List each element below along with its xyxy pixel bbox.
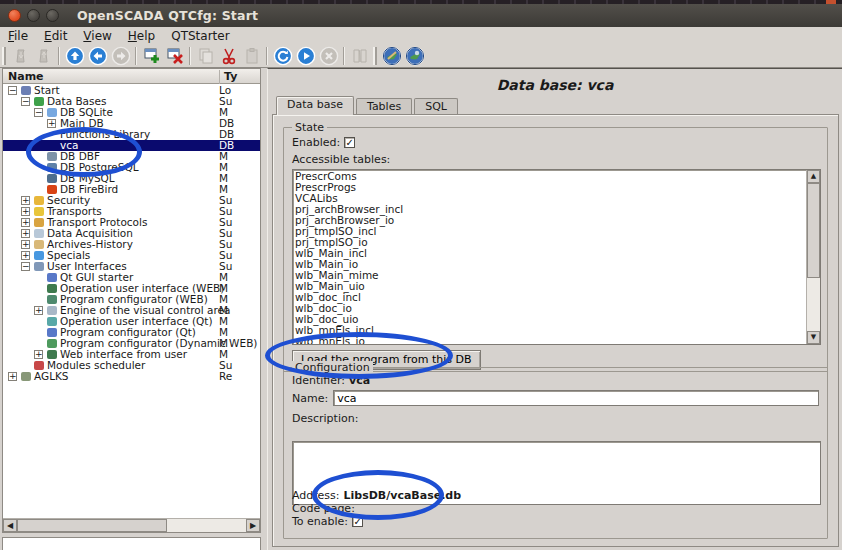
qtstarter-vision-icon[interactable] <box>403 46 426 67</box>
tree-item-type: M <box>219 272 260 283</box>
list-item[interactable]: prj_tmplSO_io <box>295 237 804 248</box>
collapse-icon[interactable]: − <box>21 97 30 106</box>
expand-icon[interactable]: + <box>21 229 30 238</box>
tree-item-vca[interactable]: vcaDB <box>3 140 260 151</box>
tree-header[interactable]: Name Ty <box>3 69 260 84</box>
scroll-right-icon[interactable]: ▶ <box>246 519 260 532</box>
list-item[interactable]: wlb_mnEls_incl <box>295 325 804 336</box>
toolbar-separator <box>343 47 345 65</box>
scrollbar-thumb[interactable] <box>17 519 167 532</box>
name-input[interactable] <box>333 390 819 406</box>
tree-item-functions-library[interactable]: Functions LibraryDB <box>3 129 260 140</box>
expand-icon[interactable]: + <box>21 240 30 249</box>
scroll-up-icon[interactable]: ▲ <box>807 170 820 183</box>
expand-icon[interactable]: + <box>21 207 30 216</box>
menubar: FileEditViewHelpQTStarter <box>0 27 842 45</box>
scrollbar-thumb[interactable] <box>807 183 820 278</box>
db-sqlite-icon <box>47 108 57 117</box>
tree-item-type: Su <box>219 217 260 228</box>
stop-icon <box>317 46 340 67</box>
menu-qtstarter[interactable]: QTStarter <box>163 28 237 44</box>
toolbar-handle[interactable] <box>2 47 6 65</box>
tree-header-type[interactable]: Ty <box>219 70 237 84</box>
manual-icon <box>348 46 371 67</box>
tree-item-db-sqlite[interactable]: −DB SQLiteM <box>3 107 260 118</box>
expand-icon[interactable]: + <box>21 196 30 205</box>
list-item[interactable]: wlb_Main_mime <box>295 270 804 281</box>
menu-help[interactable]: Help <box>120 28 163 44</box>
expand-icon[interactable]: + <box>34 306 43 315</box>
scroll-down-icon[interactable]: ▼ <box>807 331 820 344</box>
tree-item-type: M <box>219 349 260 360</box>
collapse-icon[interactable]: − <box>8 86 17 95</box>
list-item[interactable]: wlb_Main_incl <box>295 248 804 259</box>
tree-item-data-bases[interactable]: −Data BasesSu <box>3 96 260 107</box>
list-vertical-scrollbar[interactable]: ▲ ▼ <box>806 170 820 344</box>
tab-tables[interactable]: Tables <box>356 98 412 115</box>
menu-view[interactable]: View <box>75 28 119 44</box>
tree-item-db-firebird[interactable]: DB FireBirdM <box>3 184 260 195</box>
list-item[interactable]: wlb_Main_uio <box>295 281 804 292</box>
tab-content: State Enabled: ✓ Accessible tables: Pres… <box>272 114 839 547</box>
expand-icon[interactable]: + <box>8 372 17 381</box>
tree-item-db-postgresql[interactable]: DB PostgreSQLM <box>3 162 260 173</box>
close-icon[interactable] <box>8 9 21 22</box>
tree-item-type: Su <box>219 250 260 261</box>
tree-item-aglks[interactable]: +AGLKSRe <box>3 371 260 382</box>
collapse-icon[interactable]: − <box>21 262 30 271</box>
qt-gui-starter-icon <box>47 273 57 282</box>
db-dbf-icon <box>47 152 57 161</box>
start-icon[interactable] <box>294 46 317 67</box>
cut-icon[interactable] <box>217 46 240 67</box>
accessible-tables-label: Accessible tables: <box>292 153 390 166</box>
enabled-label: Enabled: <box>292 136 340 149</box>
tree-item-specials[interactable]: +SpecialsSu <box>3 250 260 261</box>
collapse-icon[interactable]: − <box>34 108 43 117</box>
tree-item-archives-history[interactable]: +Archives-HistorySu <box>3 239 260 250</box>
tree-item-security[interactable]: +SecuritySu <box>3 195 260 206</box>
enabled-checkbox[interactable]: ✓ <box>344 137 355 148</box>
expand-icon[interactable]: + <box>21 218 30 227</box>
back-icon[interactable] <box>86 46 109 67</box>
list-item[interactable]: wlb_doc_io <box>295 303 804 314</box>
list-item[interactable]: wlb_doc_incl <box>295 292 804 303</box>
menu-edit[interactable]: Edit <box>36 28 75 44</box>
up-icon[interactable] <box>63 46 86 67</box>
tab-sql[interactable]: SQL <box>414 98 458 115</box>
transports-icon <box>34 207 44 216</box>
accessible-tables-list[interactable]: PrescrComsPrescrProgsVCALibsprj_archBrow… <box>292 169 821 345</box>
tree-item-db-mysql[interactable]: DB MySQLM <box>3 173 260 184</box>
tree-item-start[interactable]: −StartLo <box>3 85 260 96</box>
expand-icon[interactable]: + <box>47 119 56 128</box>
menu-file[interactable]: File <box>0 28 36 44</box>
list-item[interactable]: wlb_mnEls_io <box>295 336 804 345</box>
tree-item-type: M <box>219 316 260 327</box>
list-item[interactable]: PrescrComs <box>295 171 804 182</box>
window-title: OpenSCADA QTCfg: Start <box>77 8 258 23</box>
toolbar-separator <box>135 47 137 65</box>
add-item-icon[interactable] <box>140 46 163 67</box>
tree-item-type: Re <box>219 371 260 382</box>
oui-qt-icon <box>47 317 57 326</box>
security-icon <box>34 196 44 205</box>
toolbar-handle[interactable] <box>373 47 377 65</box>
expand-icon[interactable]: + <box>34 350 43 359</box>
codepage-label: Code page: <box>292 502 355 515</box>
toenable-checkbox[interactable]: ✓ <box>352 516 363 527</box>
minimize-icon[interactable] <box>27 9 40 22</box>
delete-item-icon[interactable] <box>163 46 186 67</box>
expand-icon[interactable]: + <box>21 251 30 260</box>
refresh-icon[interactable] <box>271 46 294 67</box>
tree-header-name[interactable]: Name <box>8 70 44 83</box>
list-item[interactable]: PrescrProgs <box>295 182 804 193</box>
list-item[interactable]: prj_tmplSO_incl <box>295 226 804 237</box>
engine-vca-icon <box>47 306 57 315</box>
db-firebird-icon <box>47 185 57 194</box>
qtstarter-configurator-icon[interactable] <box>380 46 403 67</box>
maximize-icon[interactable] <box>46 9 59 22</box>
accessible-tables-row: Accessible tables: <box>292 153 390 166</box>
scroll-left-icon[interactable]: ◀ <box>3 519 17 532</box>
tab-data-base[interactable]: Data base <box>276 96 354 115</box>
tree-horizontal-scrollbar[interactable]: ◀ ▶ <box>3 518 260 532</box>
toolbar-separator <box>266 47 268 65</box>
